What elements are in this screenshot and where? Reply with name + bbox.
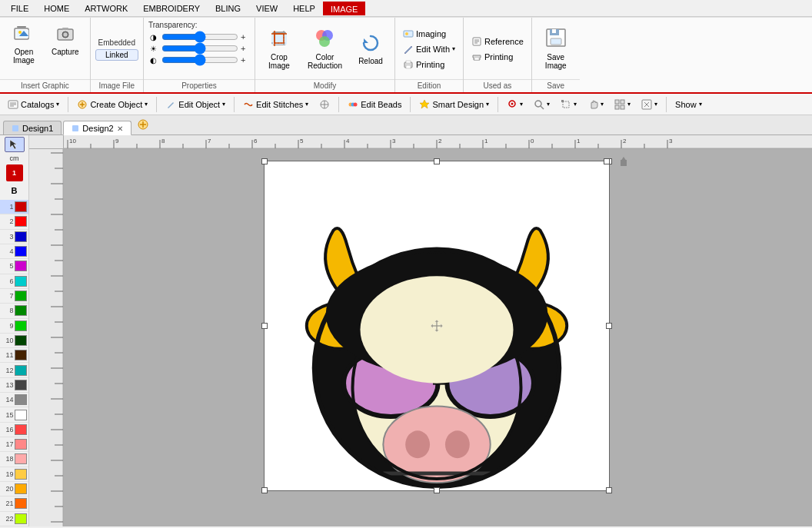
show-button[interactable]: Show ▾ [671, 98, 707, 111]
svg-rect-1 [17, 26, 26, 28]
edit-stitches-button[interactable]: Edit Stitches ▾ [238, 98, 313, 111]
canvas-area[interactable]: 109876543210123 [29, 135, 812, 526]
color-reduction-button[interactable]: Color Reduction [301, 25, 348, 73]
menu-home[interactable]: HOME [36, 2, 77, 15]
edit-with-button[interactable]: Edit With ▾ [400, 42, 458, 56]
color-row-7[interactable]: 7 [0, 289, 28, 304]
crop-image-label: Crop Image [268, 53, 290, 70]
color-row-15[interactable]: 15 [0, 407, 28, 422]
ribbon-section-save: Save Image Save [532, 18, 580, 92]
tab-design2[interactable]: Design2 ✕ [63, 121, 131, 135]
contrast-plus[interactable]: + [241, 32, 250, 42]
color-row-8[interactable]: 8 [0, 304, 28, 318]
color-row-21[interactable]: 21 [0, 496, 28, 511]
color-row-18[interactable]: 18 [0, 452, 28, 467]
color-row-22[interactable]: 22 [0, 512, 28, 526]
menu-artwork[interactable]: ARTWORK [77, 2, 135, 15]
menu-help[interactable]: HELP [285, 2, 323, 15]
ribbon-section-modify: Crop Image Color Reduction [255, 18, 395, 92]
menu-image[interactable]: IMAGE [323, 2, 365, 15]
brightness-plus[interactable]: + [241, 44, 250, 53]
handle-extra-tr[interactable] [604, 158, 610, 164]
crop-image-icon [268, 28, 290, 51]
transform-button[interactable]: ▾ [556, 98, 581, 111]
color-row-19[interactable]: 19 [0, 467, 28, 482]
handle-ml[interactable] [261, 323, 268, 329]
svg-rect-48 [563, 101, 569, 108]
zoom-button[interactable]: ▾ [529, 98, 554, 111]
color-row-5[interactable]: 5 [0, 259, 28, 274]
color-row-16[interactable]: 16 [0, 423, 28, 437]
lasso-button[interactable]: ▾ [502, 98, 527, 111]
svg-rect-52 [615, 105, 619, 109]
imaging-button[interactable]: Imaging [400, 27, 458, 41]
catalogs-button[interactable]: Catalogs ▾ [3, 98, 64, 111]
menu-view[interactable]: VIEW [248, 2, 285, 15]
grid-button[interactable]: ▾ [610, 98, 635, 111]
handle-br[interactable] [606, 487, 612, 493]
open-image-button[interactable]: Open Image [5, 21, 43, 68]
menu-file[interactable]: FILE [3, 2, 36, 15]
hand-button[interactable]: ▾ [583, 98, 608, 111]
tab-add-button[interactable] [133, 117, 153, 134]
sep2 [156, 97, 157, 112]
color-row-11[interactable]: 11 [0, 348, 28, 363]
color-row-3[interactable]: 3 [0, 230, 28, 244]
ruler-vertical [29, 149, 64, 526]
color-row-20[interactable]: 20 [0, 482, 28, 496]
color-tool-1[interactable]: 1 [6, 164, 23, 181]
sep3 [234, 97, 235, 112]
reload-button[interactable]: Reload [351, 30, 390, 68]
color-row-13[interactable]: 13 [0, 378, 28, 393]
printing-used-as-button[interactable]: Printing [468, 50, 527, 64]
color-tool-b[interactable]: B [5, 183, 25, 198]
capture-button[interactable]: Capture [45, 21, 85, 59]
color-row-9[interactable]: 9 [0, 319, 28, 334]
tab-design1[interactable]: Design1 [3, 121, 62, 134]
svg-text:10: 10 [69, 138, 76, 144]
handle-bm[interactable] [434, 487, 440, 493]
handle-tl[interactable] [261, 158, 268, 164]
embedded-option[interactable]: Embedded [95, 38, 138, 48]
linked-button[interactable]: Linked [95, 49, 138, 61]
tab-close-button[interactable]: ✕ [117, 125, 123, 133]
gamma-plus[interactable]: + [241, 55, 250, 65]
color-swatch [15, 305, 27, 316]
color-row-4[interactable]: 4 [0, 244, 28, 259]
color-row-14[interactable]: 14 [0, 393, 28, 407]
svg-point-143 [445, 430, 470, 458]
color-row-10[interactable]: 10 [0, 334, 28, 348]
select-tool[interactable] [5, 137, 25, 152]
handle-bl[interactable] [261, 487, 268, 493]
color-row-1[interactable]: 1 [0, 200, 28, 214]
contrast-slider[interactable] [161, 32, 238, 42]
color-row-17[interactable]: 17 [0, 437, 28, 452]
handle-mr[interactable] [606, 323, 612, 329]
reference-button[interactable]: Reference [468, 35, 527, 48]
svg-rect-28 [551, 38, 561, 45]
save-image-button[interactable]: Save Image [537, 25, 575, 73]
edit-stitches-tool[interactable] [314, 98, 334, 111]
brightness-slider[interactable] [161, 44, 238, 53]
show-label: Show [675, 100, 697, 109]
canvas-surface[interactable] [64, 149, 812, 526]
capture-label: Capture [52, 48, 79, 56]
gamma-slider[interactable] [161, 55, 238, 65]
handle-tm[interactable] [434, 158, 440, 164]
color-row-6[interactable]: 6 [0, 274, 28, 289]
stitch-view-button[interactable]: ▾ [637, 98, 662, 111]
color-row-2[interactable]: 2 [0, 214, 28, 229]
edit-beads-button[interactable]: Edit Beads [343, 98, 406, 111]
tab-design2-icon [72, 125, 79, 132]
color-row-12[interactable]: 12 [0, 363, 28, 377]
svg-rect-25 [474, 58, 479, 60]
smart-design-button[interactable]: Smart Design ▾ [414, 98, 494, 111]
color-num: 6 [2, 277, 13, 285]
menu-embroidery[interactable]: EMBROIDERY [135, 2, 208, 15]
edit-object-button[interactable]: Edit Object ▾ [161, 98, 230, 111]
menu-bling[interactable]: BLING [208, 2, 248, 15]
printing-edition-button[interactable]: Printing [400, 58, 458, 71]
crop-image-button[interactable]: Crop Image [260, 25, 298, 73]
create-object-button[interactable]: Create Object ▾ [72, 98, 152, 111]
reference-label: Reference [484, 37, 524, 46]
